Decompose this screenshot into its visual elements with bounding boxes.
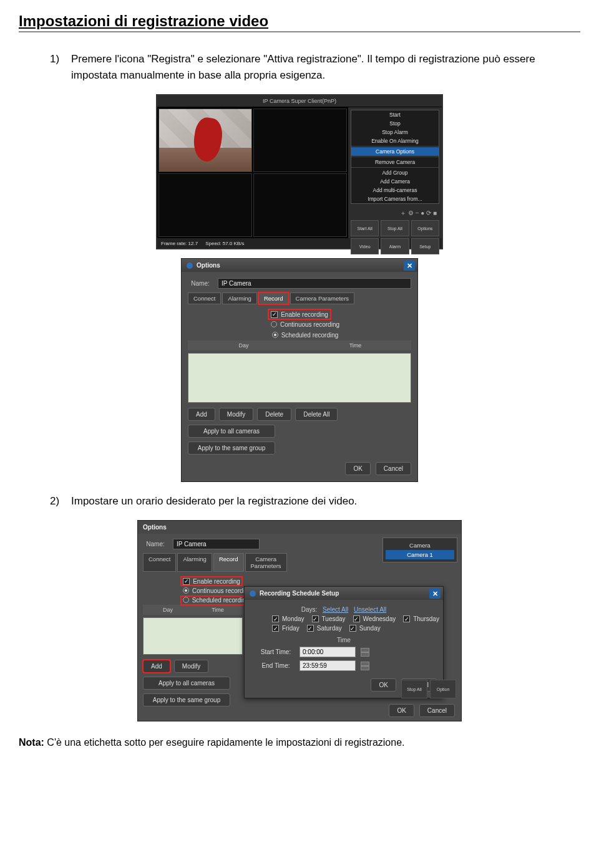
gear-icon: [250, 591, 256, 597]
chk-enable-recording[interactable]: Enable recording: [271, 311, 328, 318]
chk-thu[interactable]: Thursday: [403, 615, 439, 622]
note-label: Nota:: [19, 737, 44, 748]
start-time-input[interactable]: [300, 647, 356, 657]
schedule-table[interactable]: [188, 353, 411, 403]
ctx-add-group[interactable]: Add Group: [351, 168, 439, 177]
tab-connect-3[interactable]: Connect: [143, 553, 176, 572]
tab-record[interactable]: Record: [258, 292, 289, 304]
btn-stop-all-3[interactable]: Stop All: [401, 680, 427, 698]
step-1: 1) Premere l'icona "Registra" e selezion…: [50, 51, 580, 83]
ctx-remove-camera[interactable]: Remove Camera: [351, 158, 439, 166]
spinner-icon[interactable]: [361, 648, 369, 657]
btn-ok-sched[interactable]: OK: [371, 678, 396, 692]
radio-continuous-3[interactable]: Continuous recording: [183, 587, 251, 594]
btn-cancel[interactable]: Cancel: [376, 462, 411, 475]
chk-fri[interactable]: Friday: [272, 625, 300, 632]
tab-alarming[interactable]: Alarming: [222, 292, 257, 304]
btn-option-3[interactable]: Option: [430, 680, 456, 698]
radio-icon: [272, 332, 278, 338]
btn-add-3[interactable]: Add: [143, 660, 170, 673]
btn-start-all[interactable]: Start All: [351, 220, 379, 236]
step-2-text: Impostare un orario desiderato per la re…: [71, 493, 357, 509]
camera-cell-2[interactable]: [253, 109, 347, 172]
close-icon[interactable]: ✕: [429, 589, 441, 599]
screenshot-schedule-setup: Options Camera Camera 1 Name: Connect Al…: [137, 520, 462, 721]
ctx-enable-on-alarming[interactable]: Enable On Alarming: [351, 137, 439, 145]
ctx-add-camera[interactable]: Add Camera: [351, 177, 439, 186]
radio-icon: [183, 597, 189, 603]
enable-recording-label: Enable recording: [281, 311, 328, 318]
btn-options[interactable]: Options: [411, 220, 439, 236]
col-day-3: Day: [143, 605, 193, 615]
btn-video[interactable]: Video: [351, 238, 379, 254]
tab-alarming-3[interactable]: Alarming: [177, 553, 212, 572]
btn-delete[interactable]: Delete: [257, 408, 291, 421]
chk-wed[interactable]: Wednesday: [353, 615, 396, 622]
ctx-add-multi[interactable]: Add multi-cameras: [351, 186, 439, 195]
radio-icon: [183, 587, 189, 594]
tab-record-3[interactable]: Record: [213, 553, 244, 572]
btn-ok-3[interactable]: OK: [389, 704, 414, 717]
tool-row[interactable]: ＋ ⚙ − ● ⟳ ■: [351, 206, 439, 220]
end-time-input[interactable]: [300, 660, 356, 671]
btn-setup[interactable]: Setup: [411, 238, 439, 254]
camera-cell-4[interactable]: [253, 173, 347, 237]
ctx-stop-alarm[interactable]: Stop Alarm: [351, 128, 439, 137]
step-2-number: 2): [50, 493, 65, 509]
end-time-label: End Time:: [257, 662, 295, 669]
btn-modify[interactable]: Modify: [219, 408, 253, 421]
chk-sun[interactable]: Sunday: [349, 625, 381, 632]
chk-tue[interactable]: Tuesday: [312, 615, 346, 622]
spinner-icon[interactable]: [361, 662, 369, 670]
btn-apply-group-3[interactable]: Apply to the same group: [143, 693, 230, 706]
dialog-title-3: Options: [143, 524, 167, 531]
btn-alarm[interactable]: Alarm: [381, 238, 409, 254]
screenshot-ipcam-client: IP Camera Super Client(PnP) Start Stop S…: [156, 94, 443, 249]
chk-enable-recording-3[interactable]: Enable recording: [183, 578, 240, 585]
window-title: IP Camera Super Client(PnP): [157, 95, 442, 107]
btn-apply-group[interactable]: Apply to the same group: [188, 441, 275, 455]
btn-stop-all[interactable]: Stop All: [381, 220, 409, 236]
btn-ok[interactable]: OK: [345, 462, 370, 475]
name-input-3[interactable]: [173, 539, 260, 549]
chk-mon[interactable]: Monday: [272, 615, 304, 622]
step-2: 2) Impostare un orario desiderato per la…: [50, 493, 580, 509]
continuous-label-3: Continuous recording: [192, 587, 251, 594]
checkbox-icon: [271, 311, 278, 318]
tab-connect[interactable]: Connect: [188, 292, 221, 304]
radio-scheduled-3[interactable]: Scheduled recording: [183, 597, 250, 604]
camera-cell-1[interactable]: [158, 109, 252, 172]
close-icon[interactable]: ✕: [404, 261, 415, 271]
btn-modify-3[interactable]: Modify: [174, 660, 208, 673]
select-all-link[interactable]: Select All: [323, 606, 348, 613]
tab-camera-params-3[interactable]: Camera Parameters: [245, 553, 287, 572]
note: Nota: C'è una etichetta sotto per esegui…: [19, 735, 580, 750]
btn-apply-all[interactable]: Apply to all cameras: [188, 425, 275, 438]
ctx-import[interactable]: Import Cameras from...: [351, 195, 439, 203]
name-label-3: Name:: [143, 541, 168, 547]
chk-sat[interactable]: Saturday: [307, 625, 342, 632]
camera-list-item[interactable]: Camera 1: [386, 550, 454, 559]
ctx-camera-options[interactable]: Camera Options: [351, 147, 439, 156]
camera-cell-3[interactable]: [158, 173, 252, 237]
name-input[interactable]: [218, 278, 411, 289]
speed: Speed: 57.0 KB/s: [205, 241, 244, 246]
btn-delete-all[interactable]: Delete All: [295, 408, 338, 421]
radio-continuous[interactable]: Continuous recording: [271, 321, 339, 328]
btn-add[interactable]: Add: [188, 408, 215, 421]
tab-bar: Connect Alarming Record Camera Parameter…: [188, 292, 411, 304]
note-text: C'è una etichetta sotto per eseguire rap…: [44, 737, 405, 748]
step-1-text: Premere l'icona "Registra" e selezionare…: [71, 51, 580, 83]
radio-scheduled[interactable]: Scheduled recording: [272, 332, 339, 339]
page-title: Impostazioni di registrazione video: [19, 12, 580, 32]
btn-apply-all-3[interactable]: Apply to all cameras: [143, 677, 230, 690]
ctx-start[interactable]: Start: [351, 110, 439, 119]
schedule-table-3[interactable]: [143, 617, 243, 655]
col-time-3: Time: [193, 605, 243, 615]
unselect-all-link[interactable]: Unselect All: [354, 606, 386, 613]
tab-camera-params[interactable]: Camera Parameters: [290, 292, 355, 304]
start-time-label: Start Time:: [257, 649, 295, 655]
ctx-stop[interactable]: Stop: [351, 119, 439, 128]
scheduled-label-3: Scheduled recording: [192, 597, 250, 604]
btn-cancel-3[interactable]: Cancel: [419, 704, 455, 717]
